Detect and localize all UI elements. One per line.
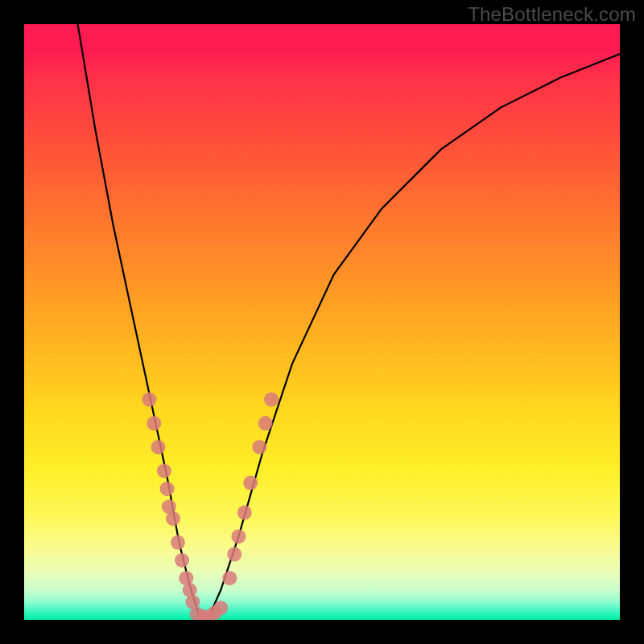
bottleneck-curve bbox=[78, 24, 620, 617]
data-point bbox=[166, 511, 180, 526]
data-point bbox=[243, 476, 258, 490]
chart-svg bbox=[24, 24, 620, 620]
data-point bbox=[160, 481, 175, 496]
data-point bbox=[157, 464, 171, 478]
data-point bbox=[227, 547, 242, 562]
chart-plot-area bbox=[24, 24, 620, 620]
data-point bbox=[142, 392, 156, 407]
data-point bbox=[237, 506, 252, 520]
data-point bbox=[147, 416, 161, 431]
data-point bbox=[252, 440, 266, 454]
data-point bbox=[213, 601, 228, 615]
curve-layer bbox=[78, 24, 620, 617]
data-point bbox=[171, 535, 185, 550]
data-point bbox=[258, 416, 273, 431]
data-point bbox=[222, 571, 237, 585]
watermark-text: TheBottleneck.com bbox=[468, 3, 636, 26]
marker-layer bbox=[142, 392, 279, 620]
data-point bbox=[231, 529, 246, 543]
data-point bbox=[175, 553, 189, 568]
data-point bbox=[151, 440, 166, 454]
data-point bbox=[264, 392, 279, 407]
